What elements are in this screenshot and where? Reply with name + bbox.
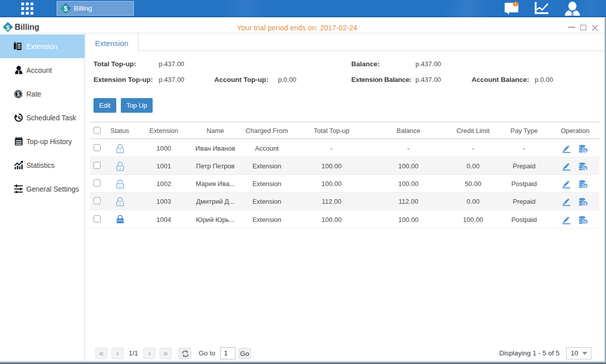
svg-text:$: $ <box>584 166 587 171</box>
svg-text:!: ! <box>515 2 517 7</box>
svg-text:$: $ <box>584 220 587 224</box>
svg-text:$: $ <box>584 184 587 189</box>
svg-text:$: $ <box>17 92 20 97</box>
svg-text:$: $ <box>64 5 68 13</box>
svg-text:$: $ <box>584 149 587 153</box>
svg-text:$: $ <box>584 202 587 206</box>
